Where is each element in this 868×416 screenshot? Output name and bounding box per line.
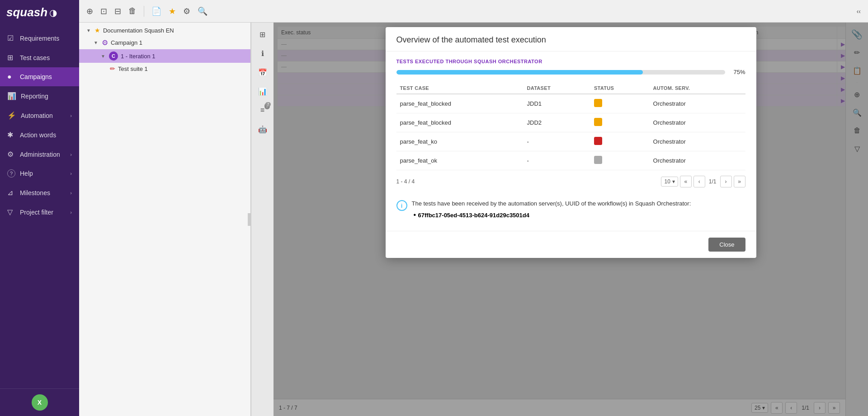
sidebar-item-reporting[interactable]: 📊 Reporting (0, 86, 79, 106)
top-toolbar: ⊕ ⊡ ⊟ 🗑 📄 ★ ⚙ 🔍 ‹‹ (79, 0, 868, 23)
progress-row: 75% (396, 69, 745, 75)
modal-overlay: Overview of the automated test execution… (274, 23, 868, 416)
collapse-icon[interactable]: ‹‹ (855, 6, 863, 17)
sidebar-nav: ☑ Requirements ⊞ Test cases ● Campaigns … (0, 25, 79, 388)
close-button[interactable]: Close (708, 238, 745, 252)
per-page-select[interactable]: 10 ▾ (661, 177, 678, 187)
vertical-tabs: ⊞ ℹ 📅 📊 ≡ 7 🤖 (251, 23, 274, 416)
milestones-icon: ⊿ (7, 188, 15, 197)
modal-table-row: parse_feat_ko - Orchestrator (396, 132, 745, 151)
status-badge (594, 137, 602, 145)
logo-area: squash ◑ (0, 0, 79, 25)
central-panel: Exec. status Test case Dataset Assigned … (274, 23, 868, 416)
reporting-icon: 📊 (7, 92, 16, 100)
cell-dataset: - (524, 132, 590, 151)
tree-item-suite1[interactable]: ✏ Test suite 1 (79, 63, 250, 75)
cell-test-case: parse_feat_blocked (396, 113, 524, 132)
sidebar-item-label: Milestones (20, 189, 50, 196)
sidebar-item-campaigns[interactable]: ● Campaigns (0, 67, 79, 86)
page-indicator: 1/1 (707, 178, 718, 185)
tree-content: ▼ ★ Documentation Squash EN ▼ ⚙ Campaign… (79, 23, 250, 416)
vtab-robot-icon[interactable]: 🤖 (255, 121, 271, 137)
sidebar-item-administration[interactable]: ⚙ Administration › (0, 145, 79, 164)
delete-icon[interactable]: 🗑 (127, 5, 138, 18)
vtab-list-icon[interactable]: ≡ 7 (255, 102, 271, 118)
sidebar-item-requirements[interactable]: ☑ Requirements (0, 28, 79, 48)
info-uuid-row: • 67ffbc17-05ed-4513-b624-91d29c3501d4 (412, 211, 691, 219)
vtab-calendar-icon[interactable]: 📅 (255, 64, 271, 80)
sidebar-item-milestones[interactable]: ⊿ Milestones › (0, 183, 79, 202)
sidebar-item-label: Project filter (20, 209, 53, 216)
vtab-chart-icon[interactable]: 📊 (255, 83, 271, 99)
cell-autom-serv: Orchestrator (650, 132, 745, 151)
sidebar-item-label: Test cases (20, 54, 50, 61)
star-icon[interactable]: ★ (167, 5, 178, 18)
vtab-grid-icon[interactable]: ⊞ (255, 26, 271, 42)
cell-status (590, 151, 650, 170)
root-collapse-btn[interactable]: ▼ (85, 27, 92, 34)
sidebar-item-action-words[interactable]: ✱ Action words (0, 125, 79, 145)
cell-status (590, 132, 650, 151)
user-avatar[interactable]: X (32, 394, 48, 411)
tree-item-iteration1[interactable]: ▼ C 1 - Iteration 1 (79, 49, 250, 63)
last-page-btn[interactable]: » (734, 176, 745, 187)
search-icon[interactable]: 🔍 (196, 5, 209, 18)
tree-item-campaign1[interactable]: ▼ ⚙ Campaign 1 (79, 36, 250, 49)
sidebar: squash ◑ ☑ Requirements ⊞ Test cases ● C… (0, 0, 79, 416)
col-dataset: DATASET (524, 83, 590, 94)
modal-table-row: parse_feat_ok - Orchestrator (396, 151, 745, 170)
modal-header: Overview of the automated test execution (386, 27, 756, 51)
help-icon: ? (7, 169, 15, 178)
root-star-icon: ★ (94, 27, 100, 34)
cell-test-case: parse_feat_ko (396, 132, 524, 151)
sidebar-item-help[interactable]: ? Help › (0, 164, 79, 183)
document-icon[interactable]: 📄 (150, 5, 163, 18)
project-filter-icon: ▽ (7, 208, 15, 216)
cell-dataset: JDD1 (524, 94, 590, 113)
sidebar-item-label: Administration (20, 151, 60, 158)
progress-bar-fill (396, 70, 643, 75)
info-icon: i (396, 200, 407, 211)
tree-collapse-button[interactable]: ‹ (248, 213, 251, 226)
iteration-collapse-btn[interactable]: ▼ (100, 53, 106, 60)
modal-body: TESTS EXECUTED THROUGH SQUASH ORCHESTRAT… (386, 51, 756, 231)
sidebar-item-project-filter[interactable]: ▽ Project filter › (0, 202, 79, 222)
tree-item-label: Test suite 1 (118, 65, 148, 72)
cell-autom-serv: Orchestrator (650, 113, 745, 132)
tree-item-label: Documentation Squash EN (103, 27, 174, 34)
tree-panel: ▼ ★ Documentation Squash EN ▼ ⚙ Campaign… (79, 23, 251, 416)
logo-text: squash (6, 5, 47, 19)
sidebar-item-test-cases[interactable]: ⊞ Test cases (0, 48, 79, 67)
tree-item-root[interactable]: ▼ ★ Documentation Squash EN (79, 24, 250, 36)
vtab-info-icon[interactable]: ℹ (255, 45, 271, 61)
status-badge (594, 118, 602, 126)
section-label: TESTS EXECUTED THROUGH SQUASH ORCHESTRAT… (396, 59, 745, 64)
sidebar-item-label: Automation (21, 112, 53, 119)
first-page-btn[interactable]: « (680, 176, 692, 187)
pagination-summary: 1 - 4 / 4 (396, 178, 415, 185)
per-page-chevron: ▾ (672, 178, 675, 185)
administration-icon: ⚙ (7, 150, 15, 159)
cell-status (590, 94, 650, 113)
sidebar-item-automation[interactable]: ⚡ Automation › (0, 106, 79, 125)
modal-table-row: parse_feat_blocked JDD1 Orchestrator (396, 94, 745, 113)
prev-page-btn[interactable]: ‹ (693, 176, 705, 187)
cell-test-case: parse_feat_blocked (396, 94, 524, 113)
next-page-btn[interactable]: › (720, 176, 732, 187)
pagination-controls: 10 ▾ « ‹ 1/1 › » (661, 176, 745, 187)
sidebar-item-label: Campaigns (20, 73, 52, 80)
content-wrapper: ▼ ★ Documentation Squash EN ▼ ⚙ Campaign… (79, 23, 868, 416)
cell-dataset: JDD2 (524, 113, 590, 132)
modal-table-header-row: TEST CASE DATASET STATUS AUTOM. SERV. (396, 83, 745, 94)
clipboard-icon[interactable]: ⊟ (113, 5, 123, 18)
bullet-dot: • (414, 211, 418, 219)
logo-icon: ◑ (49, 7, 57, 18)
modal-table: TEST CASE DATASET STATUS AUTOM. SERV. pa… (396, 83, 745, 170)
sidebar-item-label: Action words (20, 131, 56, 139)
settings-icon[interactable]: ⚙ (181, 5, 192, 18)
col-status: STATUS (590, 83, 650, 94)
campaign-collapse-btn[interactable]: ▼ (93, 39, 99, 46)
copy-icon[interactable]: ⊡ (99, 5, 109, 18)
sidebar-item-label: Reporting (21, 93, 48, 100)
add-icon[interactable]: ⊕ (85, 5, 95, 18)
